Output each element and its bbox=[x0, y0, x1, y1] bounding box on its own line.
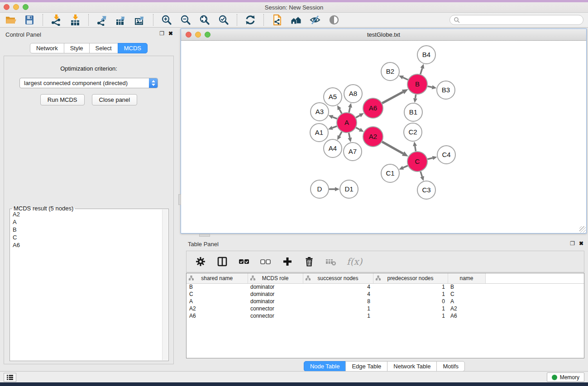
export-image-button[interactable] bbox=[134, 14, 146, 26]
zoom-selected-button[interactable] bbox=[218, 14, 229, 26]
home-button[interactable] bbox=[290, 14, 302, 26]
refresh-button[interactable] bbox=[244, 14, 256, 26]
graph-node-A6[interactable]: A6 bbox=[363, 98, 383, 118]
network-close-button[interactable] bbox=[186, 32, 191, 38]
table-cell[interactable]: dominator bbox=[248, 283, 303, 291]
table-cell[interactable]: B bbox=[186, 283, 248, 291]
table-cell[interactable]: B bbox=[448, 283, 485, 291]
close-panel-icon[interactable]: ✖ bbox=[579, 241, 583, 246]
graph-node-A3[interactable]: A3 bbox=[311, 103, 329, 121]
column-header[interactable]: name bbox=[448, 273, 485, 283]
table-cell[interactable]: A2 bbox=[448, 305, 485, 312]
column-header[interactable]: predecessor nodes bbox=[373, 273, 448, 283]
graph-node-C3[interactable]: C3 bbox=[417, 181, 435, 199]
network-canvas[interactable]: B4B2BB3A5A8A6B1A3AC2A1A2A4A7C4CC1C3DD1 bbox=[181, 41, 586, 233]
graph-node-B[interactable]: B bbox=[407, 74, 427, 94]
table-cell[interactable]: 8 bbox=[303, 298, 373, 305]
tab-network-table[interactable]: Network Table bbox=[387, 361, 437, 372]
graph-node-C2[interactable]: C2 bbox=[404, 123, 422, 141]
graph-node-D[interactable]: D bbox=[311, 180, 329, 198]
node-table[interactable]: shared nameMCDS rolesuccessor nodesprede… bbox=[186, 273, 584, 358]
close-panel-button[interactable]: Close panel bbox=[92, 94, 138, 105]
search-field[interactable] bbox=[449, 15, 583, 25]
table-cell[interactable]: connector bbox=[248, 312, 303, 319]
graph-node-A[interactable]: A bbox=[337, 113, 357, 133]
graph-node-A2[interactable]: A2 bbox=[363, 127, 383, 147]
delete-rows-button[interactable] bbox=[303, 256, 315, 267]
graph-node-B4[interactable]: B4 bbox=[417, 46, 435, 64]
tab-style[interactable]: Style bbox=[64, 43, 90, 53]
show-graphics-details-button[interactable] bbox=[328, 14, 340, 26]
column-header[interactable]: MCDS role bbox=[248, 273, 303, 283]
table-row[interactable]: Cdominator41C bbox=[186, 291, 584, 298]
table-cell[interactable]: dominator bbox=[248, 291, 303, 298]
tab-motifs[interactable]: Motifs bbox=[436, 361, 465, 372]
table-cell[interactable]: A bbox=[448, 298, 485, 305]
network-graph[interactable]: B4B2BB3A5A8A6B1A3AC2A1A2A4A7C4CC1C3DD1 bbox=[181, 41, 586, 233]
save-session-button[interactable] bbox=[24, 14, 35, 26]
graph-node-A1[interactable]: A1 bbox=[310, 124, 328, 142]
import-network-button[interactable] bbox=[50, 14, 62, 26]
zoom-window-button[interactable] bbox=[23, 4, 29, 10]
table-cell[interactable]: 1 bbox=[373, 291, 448, 298]
graph-node-B2[interactable]: B2 bbox=[381, 62, 399, 81]
criterion-dropdown[interactable]: largest connected component (directed) bbox=[19, 78, 158, 88]
result-list-item[interactable]: A bbox=[10, 218, 162, 226]
graph-node-D1[interactable]: D1 bbox=[340, 180, 358, 198]
table-cell[interactable]: 1 bbox=[303, 305, 373, 312]
graph-node-C4[interactable]: C4 bbox=[437, 146, 455, 164]
tab-mcds[interactable]: MCDS bbox=[118, 43, 148, 53]
vertical-splitter-handle[interactable] bbox=[178, 194, 181, 205]
table-row[interactable]: A6connector11A6 bbox=[186, 312, 584, 319]
result-scrollbar[interactable] bbox=[162, 210, 168, 360]
table-row[interactable]: Adominator80A bbox=[186, 298, 584, 305]
tab-node-table[interactable]: Node Table bbox=[304, 361, 346, 372]
table-cell[interactable]: A bbox=[186, 298, 248, 305]
hide-graphics-details-button[interactable] bbox=[309, 14, 321, 26]
float-panel-icon[interactable]: ❐ bbox=[159, 31, 164, 36]
minimize-window-button[interactable] bbox=[13, 4, 19, 10]
tab-edge-table[interactable]: Edge Table bbox=[345, 361, 387, 372]
graph-node-B3[interactable]: B3 bbox=[437, 81, 455, 99]
deselect-all-checks-button[interactable] bbox=[260, 256, 272, 267]
table-cell[interactable]: 4 bbox=[303, 283, 373, 291]
zoom-fit-button[interactable] bbox=[199, 14, 210, 26]
table-cell[interactable]: 4 bbox=[303, 291, 373, 298]
select-all-checks-button[interactable] bbox=[238, 256, 250, 267]
export-network-button[interactable] bbox=[96, 14, 108, 26]
table-cell[interactable]: 1 bbox=[373, 312, 448, 319]
table-cell[interactable]: A6 bbox=[448, 312, 485, 319]
table-row[interactable]: A2connector11A2 bbox=[186, 305, 584, 312]
result-list-item[interactable]: A2 bbox=[10, 210, 162, 218]
graph-node-A4[interactable]: A4 bbox=[324, 139, 342, 157]
table-cell[interactable]: A2 bbox=[186, 305, 248, 312]
tab-select[interactable]: Select bbox=[89, 43, 118, 53]
table-settings-button[interactable] bbox=[195, 256, 206, 267]
graph-node-B1[interactable]: B1 bbox=[404, 103, 422, 121]
table-cell[interactable]: 1 bbox=[373, 283, 448, 291]
table-cell[interactable]: 0 bbox=[373, 298, 448, 305]
export-table-button[interactable] bbox=[115, 14, 127, 26]
column-header[interactable]: successor nodes bbox=[303, 273, 373, 283]
table-row[interactable]: Bdominator41B bbox=[186, 283, 584, 291]
close-window-button[interactable] bbox=[4, 4, 10, 10]
add-row-button[interactable] bbox=[282, 256, 293, 267]
run-mcds-button[interactable]: Run MCDS bbox=[40, 94, 85, 105]
graph-node-C[interactable]: C bbox=[407, 152, 427, 172]
search-input[interactable] bbox=[462, 17, 579, 23]
graph-node-A7[interactable]: A7 bbox=[344, 143, 362, 161]
table-cell[interactable]: C bbox=[186, 291, 248, 298]
memory-button[interactable]: Memory bbox=[547, 372, 584, 382]
import-table-button[interactable] bbox=[69, 14, 81, 26]
apply-function-button[interactable]: f(x) bbox=[347, 256, 362, 267]
open-session-button[interactable] bbox=[5, 14, 16, 26]
network-zoom-button[interactable] bbox=[205, 32, 210, 38]
table-cell[interactable]: C bbox=[448, 291, 485, 298]
column-layout-button[interactable] bbox=[216, 256, 228, 267]
result-list-item[interactable]: A6 bbox=[10, 241, 162, 249]
result-list-item[interactable]: B bbox=[10, 226, 162, 234]
close-panel-icon[interactable]: ✖ bbox=[168, 31, 173, 36]
duplicate-network-button[interactable] bbox=[271, 14, 283, 26]
graph-node-A8[interactable]: A8 bbox=[344, 85, 362, 103]
table-cell[interactable]: A6 bbox=[186, 312, 248, 319]
